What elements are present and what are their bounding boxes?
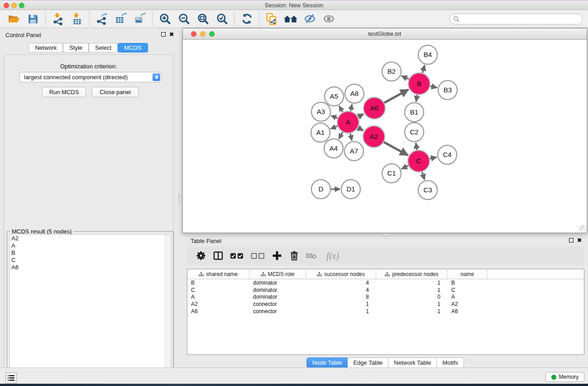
tab-motifs[interactable]: Motifs <box>437 357 464 368</box>
export-network-icon[interactable] <box>92 11 111 27</box>
close-window-button[interactable] <box>4 3 9 8</box>
close-panel-button[interactable]: Close panel <box>92 87 139 97</box>
mcds-result-item[interactable]: B <box>10 249 171 257</box>
zoom-selected-icon[interactable] <box>212 11 231 27</box>
open-file-icon[interactable] <box>5 11 24 27</box>
home-layout-icon[interactable] <box>281 11 300 27</box>
zoom-fit-icon[interactable] <box>193 11 212 27</box>
table-cell: A6 <box>448 308 488 315</box>
search-input[interactable] <box>460 14 582 24</box>
float-panel-icon[interactable] <box>569 238 574 243</box>
maximize-window-button[interactable] <box>209 31 215 37</box>
tab-network[interactable]: Network <box>29 43 63 52</box>
table-cell: B <box>448 279 488 286</box>
minimize-window-button[interactable] <box>11 3 17 8</box>
graph-node-label: B1 <box>410 108 418 116</box>
mcds-result-item[interactable]: A6 <box>10 264 171 271</box>
zoom-out-icon[interactable] <box>174 11 193 27</box>
mcds-result-item[interactable]: C <box>10 257 171 264</box>
tab-select[interactable]: Select <box>89 43 118 52</box>
column-header-predecessor-nodes[interactable]: predecessor nodes <box>376 269 448 279</box>
network-window-titlebar[interactable]: testGlobe.txt <box>183 29 587 40</box>
table-cell: 4 <box>306 279 376 286</box>
optimization-criterion-dropdown[interactable]: largest connected component (directed) <box>19 72 162 82</box>
graph-edge <box>429 86 437 88</box>
tab-network-table[interactable]: Network Table <box>388 357 437 368</box>
resize-grip-icon[interactable] <box>579 225 586 232</box>
column-header-mcds-role[interactable]: MCDS role <box>249 269 306 279</box>
node-table: shared name MCDS role successor nodes pr… <box>187 269 584 355</box>
toolbar-separator <box>152 12 153 26</box>
table-row[interactable]: Bdominator41B <box>187 279 584 286</box>
refresh-icon[interactable] <box>237 11 256 27</box>
function-builder-icon[interactable]: f(x) <box>322 249 344 262</box>
column-view-icon[interactable] <box>211 249 225 262</box>
graph-edge <box>383 142 408 155</box>
scrollbar-track[interactable] <box>165 235 171 383</box>
graph-edge <box>331 116 338 119</box>
status-bar: Memory <box>0 367 588 384</box>
column-header-successor-nodes[interactable]: successor nodes <box>306 269 376 279</box>
tab-mcds[interactable]: MCDS <box>118 43 148 52</box>
search-field[interactable] <box>449 14 583 24</box>
vertical-splitter-handle[interactable] <box>178 195 182 202</box>
float-panel-icon[interactable] <box>161 32 166 37</box>
column-header-shared-name[interactable]: shared name <box>187 269 249 279</box>
table-row[interactable]: Cdominator41C <box>187 286 584 294</box>
delete-table-icon[interactable] <box>305 249 318 262</box>
export-table-icon[interactable] <box>111 11 130 27</box>
table-cell: 1 <box>376 279 448 286</box>
task-history-button[interactable] <box>5 372 17 383</box>
mcds-result-item[interactable]: A2 <box>10 235 171 242</box>
table-cell: dominator <box>249 286 306 294</box>
graph-node-label: B4 <box>424 51 432 58</box>
close-panel-icon[interactable]: ✖ <box>577 238 582 243</box>
column-header-name[interactable]: name <box>448 269 488 279</box>
show-graphics-icon[interactable] <box>319 11 338 27</box>
graph-edge <box>402 76 410 80</box>
add-column-icon[interactable] <box>270 249 284 262</box>
graph-node-label: A8 <box>350 90 359 97</box>
table-row[interactable]: A2connector11A2 <box>187 300 584 308</box>
mcds-panel-body: Optimization criterion: largest connecte… <box>4 54 173 386</box>
tab-style[interactable]: Style <box>63 43 89 52</box>
table-row[interactable]: Adominator80A <box>187 293 584 300</box>
delete-column-icon[interactable] <box>287 249 301 262</box>
memory-button[interactable]: Memory <box>545 372 584 382</box>
tab-node-table[interactable]: Node Table <box>306 357 348 368</box>
save-session-icon[interactable] <box>24 11 43 27</box>
minimize-window-button[interactable] <box>200 31 206 37</box>
select-all-icon[interactable] <box>229 249 246 262</box>
close-panel-icon[interactable]: ✖ <box>169 32 174 37</box>
table-cell: dominator <box>249 279 306 286</box>
hide-graphics-icon[interactable] <box>300 11 319 27</box>
deselect-all-icon[interactable] <box>249 249 267 262</box>
table-cell: 1 <box>376 286 448 294</box>
mcds-result-item[interactable]: A <box>10 242 171 249</box>
tab-edge-table[interactable]: Edge Table <box>348 357 388 368</box>
import-table-icon[interactable] <box>67 11 86 27</box>
graph-node-label: A6 <box>370 104 378 112</box>
graph-node-label: C4 <box>443 151 451 158</box>
clone-network-icon[interactable] <box>262 11 281 27</box>
table-body: Bdominator41BCdominator41CAdominator80AA… <box>187 279 584 315</box>
column-header-label: name <box>460 271 474 277</box>
network-graph-canvas[interactable]: B4B2BB3A8A5A6A3B1AA1C2A2A4A7C4CC1C3DD1 <box>183 40 587 233</box>
main-toolbar <box>0 10 588 28</box>
mcds-result-list[interactable]: A2ABCA6 <box>10 234 171 384</box>
mcds-result-group: MCDS result (5 nodes) A2ABCA6 <box>7 231 174 386</box>
zoom-in-icon[interactable] <box>155 11 174 27</box>
close-window-button[interactable] <box>191 31 196 37</box>
graph-node-label: A2 <box>370 133 378 140</box>
graph-edge <box>429 157 436 159</box>
table-cell: A6 <box>187 308 249 315</box>
maximize-window-button[interactable] <box>19 3 24 8</box>
graph-node-label: B2 <box>387 67 396 75</box>
export-image-icon[interactable] <box>130 11 149 27</box>
table-row[interactable]: A6connector11A6 <box>187 308 584 315</box>
hierarchy-icon <box>199 272 204 276</box>
run-mcds-button[interactable]: Run MCDS <box>42 87 86 97</box>
settings-gear-icon[interactable] <box>194 249 208 262</box>
graph-edge <box>330 126 338 129</box>
import-network-icon[interactable] <box>48 11 67 27</box>
